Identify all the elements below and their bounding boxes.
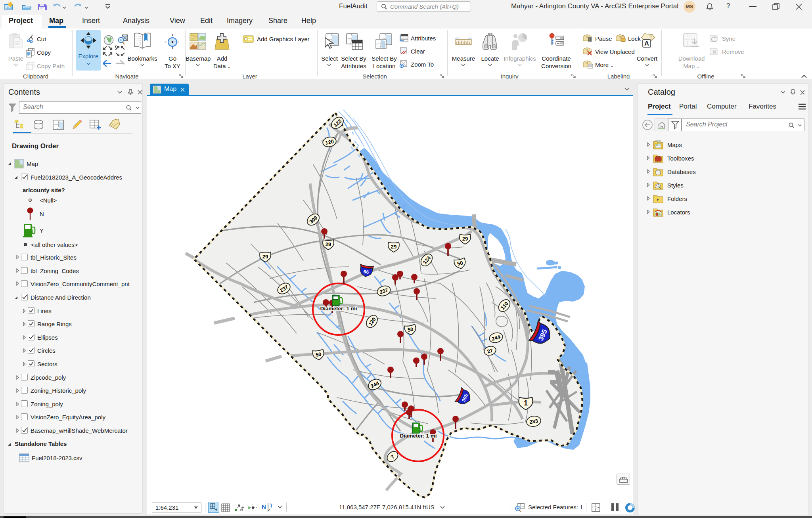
svg-text:Diameter: 1 mi: Diameter: 1 mi (320, 306, 357, 312)
svg-text:29: 29 (262, 254, 268, 260)
svg-text:Diameter: 1 mi: Diameter: 1 mi (400, 433, 437, 439)
svg-text:50: 50 (315, 351, 322, 358)
svg-text:50: 50 (457, 260, 463, 267)
svg-text:66: 66 (363, 269, 369, 275)
svg-text:1: 1 (524, 399, 528, 407)
svg-text:29: 29 (391, 244, 396, 250)
svg-text:50: 50 (407, 326, 414, 333)
svg-text:29: 29 (326, 241, 331, 247)
svg-text:29: 29 (462, 236, 468, 242)
svg-text:N: N (262, 503, 266, 510)
svg-text:A: A (644, 40, 649, 47)
